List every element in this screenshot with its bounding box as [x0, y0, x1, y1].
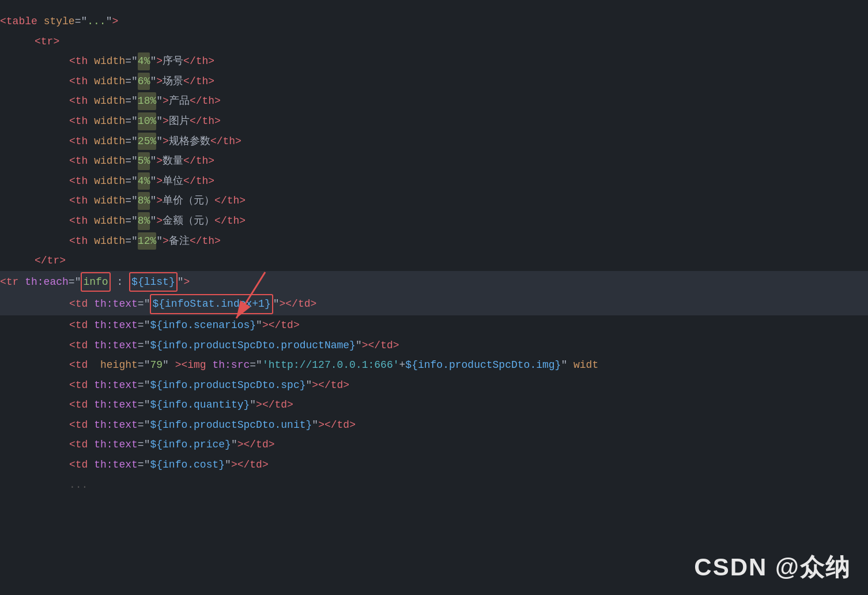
code-line-tr-each: <tr th:each="info : ${list}">	[0, 271, 868, 293]
csdn-watermark: CSDN @众纳	[694, 551, 851, 583]
code-line-td-quantity: <td th:text="${info.quantity}"></td>	[0, 395, 868, 415]
code-line-td-img: <td height="79" ><img th:src="'http://12…	[0, 355, 868, 375]
code-line-td-price: <td th:text="${info.price}"></td>	[0, 435, 868, 455]
code-line-td-index: <td th:text="${infoStat.index+1}"></td>	[0, 293, 868, 315]
code-line-td-spc: <td th:text="${info.productSpcDto.spc}">…	[0, 375, 868, 396]
code-line-th5: <th width="25%">规格参数</th>	[0, 131, 868, 152]
code-line-th3: <th width="18%">产品</th>	[0, 91, 868, 111]
code-editor: <table style="..."> <tr> <th width="4%">…	[0, 0, 868, 506]
code-line-table: <table style="...">	[0, 12, 868, 32]
tag-table: <table	[0, 13, 44, 31]
code-line-tr-close: </tr>	[0, 251, 868, 271]
code-line-th8: <th width="8%">单价（元）</th>	[0, 191, 868, 211]
code-line-th10: <th width="12%">备注</th>	[0, 231, 868, 251]
code-line-th4: <th width="10%">图片</th>	[0, 111, 868, 131]
code-line-td-cost: <td th:text="${info.cost}"></td>	[0, 455, 868, 475]
code-line-td-last: ...	[0, 475, 868, 495]
code-line-td-productname: <td th:text="${info.productSpcDto.produc…	[0, 336, 868, 356]
code-line-th2: <th width="6%">场景</th>	[0, 71, 868, 92]
code-line-th6: <th width="5%">数量</th>	[0, 151, 868, 171]
code-line-td-unit: <td th:text="${info.productSpcDto.unit}"…	[0, 415, 868, 435]
code-line-td-scenarios: <td th:text="${info.scenarios}"></td>	[0, 315, 868, 336]
code-line-th9: <th width="8%">金额（元）</th>	[0, 211, 868, 231]
code-line-th7: <th width="4%">单位</th>	[0, 171, 868, 191]
code-line-tr-open: <tr>	[0, 32, 868, 52]
code-line-th1: <th width="4%">序号</th>	[0, 51, 868, 71]
